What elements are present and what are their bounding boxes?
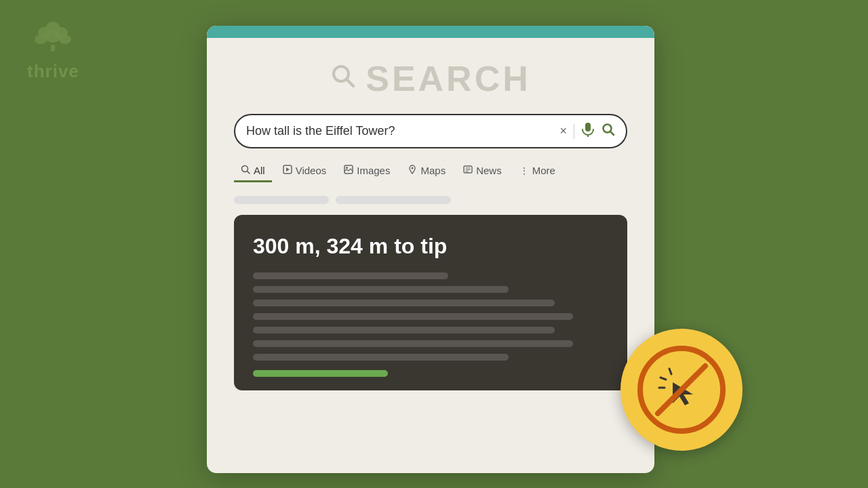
tab-videos[interactable]: Videos [276, 161, 334, 182]
featured-answer: 300 m, 324 m to tip [253, 234, 608, 259]
svg-line-12 [610, 131, 614, 135]
search-submit-button[interactable] [601, 123, 615, 140]
svg-point-19 [412, 167, 414, 169]
svg-point-5 [59, 35, 71, 44]
svg-line-24 [669, 369, 671, 374]
tree-icon [33, 20, 73, 57]
result-line-6 [253, 340, 573, 347]
result-line-7 [253, 354, 509, 361]
tab-more-label: More [532, 165, 555, 176]
featured-card: 300 m, 324 m to tip [234, 215, 627, 390]
map-tab-icon [408, 165, 417, 176]
no-click-circle [637, 346, 726, 434]
search-heading: SEARCH [234, 58, 627, 99]
result-line-4 [253, 313, 573, 320]
skeleton-bar-1 [234, 196, 329, 204]
browser-topbar [207, 26, 654, 38]
search-title: SEARCH [366, 58, 531, 99]
skeleton-bar-2 [336, 196, 451, 204]
svg-line-28 [658, 366, 705, 413]
thrive-logo: thrive [27, 20, 79, 82]
more-tab-icon: ⋮ [519, 165, 529, 176]
tab-maps[interactable]: Maps [401, 161, 452, 182]
result-line-1 [253, 272, 448, 279]
search-input-bar[interactable]: How tall is the Eiffel Tower? × [234, 114, 627, 148]
clear-button[interactable]: × [559, 124, 567, 138]
browser-content: SEARCH How tall is the Eiffel Tower? × [207, 38, 654, 411]
svg-point-4 [45, 30, 61, 43]
svg-line-25 [660, 378, 666, 380]
search-tab-icon [241, 165, 250, 176]
result-line-2 [253, 286, 509, 293]
tab-videos-label: Videos [296, 165, 327, 176]
result-line-3 [253, 300, 555, 306]
search-icon-large [330, 63, 356, 95]
skeleton-row-top [234, 196, 627, 204]
svg-line-14 [248, 171, 250, 174]
svg-point-18 [346, 167, 348, 169]
play-tab-icon [283, 165, 292, 176]
result-line-green [253, 370, 388, 377]
svg-line-8 [347, 79, 353, 86]
search-tabs: All Videos [234, 161, 627, 185]
voice-button[interactable] [581, 122, 595, 140]
browser-window: SEARCH How tall is the Eiffel Tower? × [207, 26, 654, 473]
no-click-badge [620, 329, 743, 451]
news-tab-icon [463, 165, 473, 176]
tab-images[interactable]: Images [337, 161, 397, 182]
image-tab-icon [344, 165, 353, 176]
result-line-5 [253, 327, 555, 333]
tab-maps-label: Maps [420, 165, 446, 176]
logo-text: thrive [27, 61, 79, 82]
divider [574, 124, 574, 139]
tab-news[interactable]: News [456, 161, 509, 182]
tab-all-label: All [254, 165, 265, 176]
svg-rect-6 [51, 45, 55, 52]
svg-marker-16 [286, 167, 290, 171]
tab-all[interactable]: All [234, 161, 272, 182]
no-click-icon [651, 359, 712, 420]
tab-news-label: News [476, 165, 502, 176]
svg-rect-9 [585, 123, 591, 131]
tab-images-label: Images [357, 165, 390, 176]
tab-more[interactable]: ⋮ More [513, 161, 562, 182]
search-query-text: How tall is the Eiffel Tower? [246, 124, 553, 138]
